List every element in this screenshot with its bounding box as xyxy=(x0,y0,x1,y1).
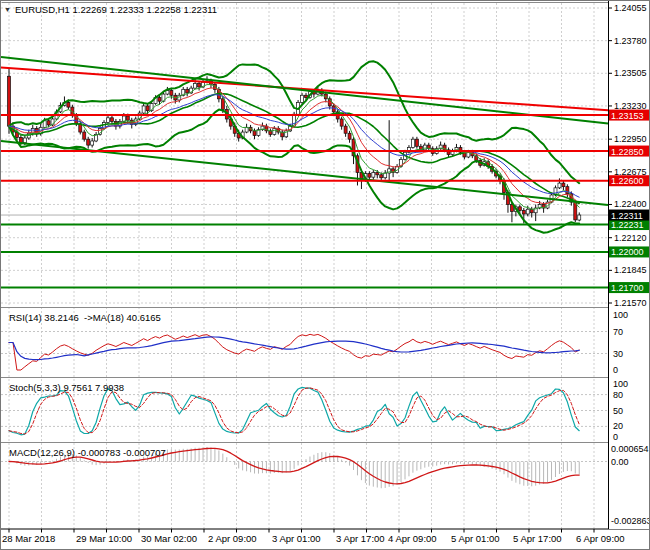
svg-text:1.22000: 1.22000 xyxy=(611,247,644,257)
svg-text:28 Mar 2018: 28 Mar 2018 xyxy=(2,533,55,544)
svg-text:-0.002863: -0.002863 xyxy=(611,516,650,526)
svg-text:1.21570: 1.21570 xyxy=(614,298,647,308)
svg-text:1.21845: 1.21845 xyxy=(614,265,647,275)
svg-text:1.22600: 1.22600 xyxy=(611,176,644,186)
mt4-chart-window: 1.240551.237801.235051.232301.229501.226… xyxy=(0,0,650,550)
rsi-pane xyxy=(9,334,579,370)
svg-text:1.24055: 1.24055 xyxy=(614,3,647,13)
grid-layer xyxy=(1,3,608,529)
svg-text:100: 100 xyxy=(613,310,628,320)
price-axis[interactable]: 1.240551.237801.235051.232301.229501.226… xyxy=(609,1,650,529)
chart-plot-area[interactable]: 1.240551.237801.235051.232301.229501.226… xyxy=(1,1,650,550)
bollinger-bands xyxy=(9,61,579,232)
svg-text:1.21700: 1.21700 xyxy=(611,283,644,293)
svg-text:3 Apr 17:00: 3 Apr 17:00 xyxy=(336,533,385,544)
trend-lines xyxy=(1,57,608,205)
svg-text:4 Apr 09:00: 4 Apr 09:00 xyxy=(388,533,437,544)
svg-text:29 Mar 10:00: 29 Mar 10:00 xyxy=(76,533,132,544)
svg-text:2 Apr 09:00: 2 Apr 09:00 xyxy=(208,533,257,544)
svg-text:30: 30 xyxy=(613,349,623,359)
svg-text:0.00: 0.00 xyxy=(611,457,629,467)
svg-text:6 Apr 09:00: 6 Apr 09:00 xyxy=(576,533,625,544)
svg-text:80: 80 xyxy=(613,390,623,400)
svg-text:0: 0 xyxy=(613,432,618,442)
svg-text:50: 50 xyxy=(613,406,623,416)
svg-text:0: 0 xyxy=(613,365,618,375)
svg-text:1.22120: 1.22120 xyxy=(614,233,647,243)
svg-text:3 Apr 01:00: 3 Apr 01:00 xyxy=(272,533,321,544)
svg-text:1.23153: 1.23153 xyxy=(611,111,644,121)
time-axis[interactable]: 28 Mar 201829 Mar 10:0030 Mar 02:002 Apr… xyxy=(2,529,625,544)
macd-pane xyxy=(1,447,608,488)
svg-text:1.22400: 1.22400 xyxy=(614,199,647,209)
svg-text:1.23230: 1.23230 xyxy=(614,101,647,111)
svg-text:1.23780: 1.23780 xyxy=(614,36,647,46)
svg-text:70: 70 xyxy=(613,327,623,337)
svg-text:1.23505: 1.23505 xyxy=(614,68,647,78)
svg-text:1.22850: 1.22850 xyxy=(611,147,644,157)
svg-text:20: 20 xyxy=(613,421,623,431)
svg-text:5 Apr 01:00: 5 Apr 01:00 xyxy=(451,533,500,544)
svg-text:1.22950: 1.22950 xyxy=(614,134,647,144)
svg-text:1.22231: 1.22231 xyxy=(611,220,644,230)
svg-text:100: 100 xyxy=(613,379,628,389)
svg-text:30 Mar 02:00: 30 Mar 02:00 xyxy=(141,533,197,544)
svg-text:5 Apr 17:00: 5 Apr 17:00 xyxy=(513,533,562,544)
svg-text:0.000654: 0.000654 xyxy=(611,444,649,454)
svg-text:1.22311: 1.22311 xyxy=(611,211,643,221)
